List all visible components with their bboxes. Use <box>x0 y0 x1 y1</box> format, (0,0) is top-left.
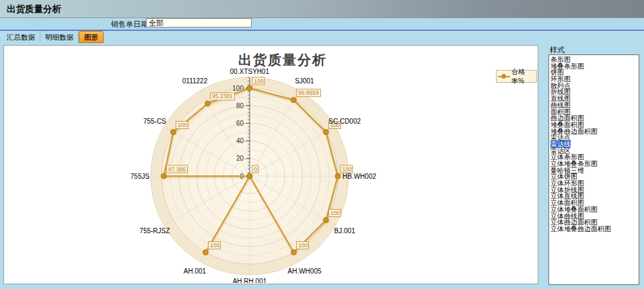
radar-value-label: 100 <box>330 210 340 216</box>
tab-0[interactable]: 汇总数据 <box>2 31 40 43</box>
radar-value-label: 100 <box>298 242 308 249</box>
filter-bar <box>0 18 644 30</box>
radar-dot <box>205 101 211 106</box>
radar-dot <box>323 130 328 135</box>
radar-category-label: 755JS <box>131 173 150 180</box>
radar-category-label: HB.WH002 <box>343 173 376 180</box>
radar-value-label: 100 <box>178 122 187 128</box>
radar-dot <box>291 249 297 255</box>
radar-chart: 02040608010010099.8659100100100100010097… <box>4 46 538 283</box>
radar-value-label: 99.8659 <box>298 89 319 96</box>
radar-value-label: 0 <box>254 166 258 173</box>
window-title: 出货质量分析 <box>7 3 61 15</box>
radar-tick-label: 20 <box>236 155 244 162</box>
style-option[interactable]: 立体堆叠曲边面积图 <box>550 226 639 233</box>
chart-legend: 合格率% <box>496 70 537 83</box>
radar-category-label: 755-CS <box>143 118 166 125</box>
sales-date-label: 销售单日期 <box>111 19 148 30</box>
radar-category-label: SJ001 <box>295 77 314 85</box>
radar-category-label: BJ.001 <box>334 227 356 235</box>
chart-panel: 02040608010010099.8659100100100100010097… <box>3 45 538 284</box>
radar-tick-label: 60 <box>236 120 244 127</box>
app-window: 出货质量分析 销售单日期 汇总数据明细数据图形 0204060801001009… <box>0 0 644 289</box>
legend-label: 合格率% <box>511 67 535 86</box>
tab-2[interactable]: 图形 <box>79 31 104 43</box>
radar-value-label: 100 <box>254 78 264 85</box>
style-listbox[interactable]: 条形图堆叠条形图饼图环形图散列点折线图直线图曲线图面积图曲边面积图堆叠面积图堆叠… <box>548 54 639 285</box>
radar-tick-label: 80 <box>236 102 244 110</box>
radar-dot <box>161 173 166 179</box>
radar-category-label: AH.001 <box>184 267 207 275</box>
radar-category-label: AH.RH.001 <box>233 278 267 284</box>
radar-dot <box>247 85 252 91</box>
radar-dot <box>203 249 209 255</box>
tab-1[interactable]: 明细数据 <box>40 31 79 43</box>
radar-tick-label: 40 <box>236 137 244 144</box>
radar-category-label: 755-RJSZ <box>139 227 170 235</box>
radar-dot <box>291 97 296 103</box>
style-panel-title: 样式 <box>550 45 565 55</box>
legend-line-marker <box>498 73 510 79</box>
radar-value-label: 100 <box>343 166 352 173</box>
radar-dot <box>323 218 328 223</box>
radar-dot <box>247 173 252 179</box>
radar-value-label: 97.386 <box>168 166 186 173</box>
chart-title: 出货质量分析 <box>238 51 327 69</box>
radar-dot <box>171 130 176 135</box>
sales-date-input[interactable] <box>146 18 252 28</box>
radar-value-label: 100 <box>210 242 219 249</box>
content-area: 02040608010010099.8659100100100100010097… <box>0 43 644 289</box>
tab-bar: 汇总数据明细数据图形 <box>0 31 644 43</box>
radar-value-label: 95.2381 <box>212 93 233 99</box>
window-title-bar: 出货质量分析 <box>0 0 644 18</box>
radar-category-label: SC.CD002 <box>328 118 361 125</box>
radar-dot <box>335 173 341 179</box>
radar-category-label: AH.WH005 <box>287 267 321 275</box>
radar-category-label: 0111222 <box>182 77 208 85</box>
